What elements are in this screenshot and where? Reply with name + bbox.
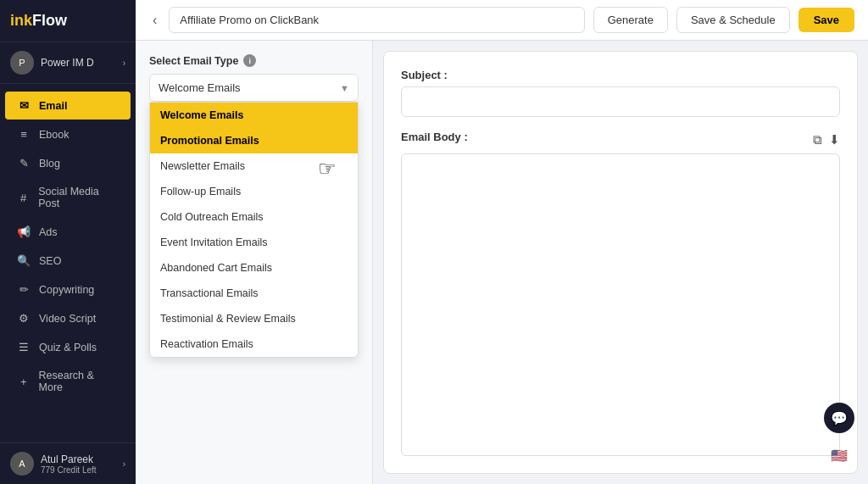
bottom-chevron-icon: ›: [123, 459, 125, 469]
dropdown-option-welcome[interactable]: Welcome Emails: [150, 103, 358, 128]
email-body-textarea[interactable]: [401, 153, 840, 456]
bottom-user-info: Atul Pareek 779 Credit Left: [41, 453, 123, 475]
sidebar-item-video[interactable]: ⚙ Video Script: [5, 304, 131, 332]
sidebar-item-quiz[interactable]: ☰ Quiz & Polls: [5, 333, 131, 361]
ebook-icon: ≡: [17, 128, 31, 141]
save-button[interactable]: Save: [798, 8, 854, 32]
email-type-dropdown-menu: Welcome Emails Promotional Emails Newsle…: [149, 102, 359, 358]
dropdown-option-cold[interactable]: Cold Outreach Emails: [150, 204, 358, 230]
sidebar-item-seo[interactable]: 🔍 SEO: [5, 247, 131, 275]
right-panel: Subject : Email Body : ⧉ ⬇: [383, 51, 858, 474]
sidebar-item-label: SEO: [39, 255, 61, 267]
video-icon: ⚙: [17, 312, 31, 325]
sidebar-item-blog[interactable]: ✎ Blog: [5, 149, 131, 177]
blog-icon: ✎: [17, 157, 31, 170]
dropdown-option-transactional[interactable]: Transactional Emails: [150, 281, 358, 306]
copy-button[interactable]: ⧉: [813, 132, 822, 147]
quiz-icon: ☰: [17, 341, 31, 353]
copywriting-icon: ✏: [17, 283, 31, 296]
bottom-user-area: A Atul Pareek 779 Credit Left ›: [0, 442, 136, 484]
subject-section: Subject :: [401, 69, 840, 117]
body-actions: ⧉ ⬇: [813, 132, 840, 147]
logo-area: inkFlow: [0, 0, 136, 42]
download-button[interactable]: ⬇: [829, 132, 840, 147]
logo: inkFlow: [10, 12, 67, 30]
floating-icons: 💬 🇺🇸: [824, 403, 854, 470]
sidebar-item-label: Blog: [39, 158, 60, 170]
research-icon: +: [17, 376, 31, 388]
info-icon[interactable]: i: [243, 54, 256, 67]
sidebar-item-label: Video Script: [39, 313, 96, 325]
subject-input[interactable]: [401, 86, 840, 117]
sidebar-item-label: Copywriting: [39, 284, 94, 296]
sidebar-item-ebook[interactable]: ≡ Ebook: [5, 120, 131, 148]
dropdown-option-event[interactable]: Event Invitation Emails: [150, 230, 358, 255]
dropdown-option-followup[interactable]: Follow-up Emails: [150, 179, 358, 204]
dropdown-option-abandoned[interactable]: Abandoned Cart Emails: [150, 255, 358, 281]
dropdown-option-newsletter[interactable]: Newsletter Emails: [150, 153, 358, 179]
body-label: Email Body :: [401, 131, 468, 143]
dropdown-selected-value: Welcome Emails: [159, 81, 241, 94]
dropdown-option-reactivation[interactable]: Reactivation Emails: [150, 331, 358, 357]
sidebar-item-label: Email: [39, 100, 67, 112]
sidebar-item-label: Social Media Post: [38, 186, 119, 209]
seo-icon: 🔍: [17, 254, 31, 267]
sidebar-item-label: Ebook: [39, 129, 69, 141]
email-type-dropdown[interactable]: Welcome Emails ▼: [149, 74, 359, 102]
bottom-user-name: Atul Pareek: [41, 453, 123, 465]
save-schedule-button[interactable]: Save & Schedule: [676, 7, 790, 33]
sidebar: inkFlow P Power IM D › ✉ Email ≡ Ebook ✎…: [0, 0, 136, 484]
topbar: ‹ Generate Save & Schedule Save: [136, 0, 868, 41]
sidebar-item-copywriting[interactable]: ✏ Copywriting: [5, 275, 131, 303]
email-icon: ✉: [17, 99, 31, 112]
project-title-input[interactable]: [169, 7, 584, 33]
dropdown-option-testimonial[interactable]: Testimonial & Review Emails: [150, 306, 358, 331]
avatar: P: [10, 51, 34, 75]
body-section: Email Body : ⧉ ⬇: [401, 131, 840, 456]
flag-button[interactable]: 🇺🇸: [824, 440, 854, 470]
sidebar-item-label: Quiz & Polls: [39, 342, 97, 353]
generate-button[interactable]: Generate: [593, 7, 668, 33]
social-icon: #: [17, 192, 30, 204]
user-name: Power IM D: [41, 57, 123, 69]
credit-count: 779 Credit Left: [41, 465, 123, 475]
sidebar-item-email[interactable]: ✉ Email: [5, 92, 131, 120]
ads-icon: 📢: [17, 225, 31, 238]
sidebar-item-research[interactable]: + Research & More: [5, 362, 131, 401]
sidebar-item-social[interactable]: # Social Media Post: [5, 178, 131, 217]
main: ‹ Generate Save & Schedule Save Select E…: [136, 0, 868, 484]
sidebar-item-ads[interactable]: 📢 Ads: [5, 218, 131, 246]
subject-label: Subject :: [401, 69, 840, 81]
body-header: Email Body : ⧉ ⬇: [401, 131, 840, 148]
sidebar-item-label: Ads: [39, 226, 58, 238]
left-panel: Select Email Type i Welcome Emails ▼ Wel…: [136, 41, 373, 484]
chevron-right-icon: ›: [123, 58, 125, 68]
sidebar-item-label: Research & More: [39, 370, 119, 393]
nav-section: ✉ Email ≡ Ebook ✎ Blog # Social Media Po…: [0, 84, 136, 442]
dropdown-arrow-icon: ▼: [340, 83, 349, 93]
bottom-avatar: A: [10, 452, 34, 476]
email-type-label: Select Email Type i: [149, 54, 359, 67]
email-type-dropdown-wrapper: Welcome Emails ▼ Welcome Emails Promotio…: [149, 74, 359, 102]
dropdown-option-promotional[interactable]: Promotional Emails: [150, 128, 358, 153]
content-area: Select Email Type i Welcome Emails ▼ Wel…: [136, 41, 868, 484]
user-area[interactable]: P Power IM D ›: [0, 42, 136, 84]
chat-button[interactable]: 💬: [824, 403, 854, 433]
collapse-button[interactable]: ‹: [149, 9, 160, 31]
